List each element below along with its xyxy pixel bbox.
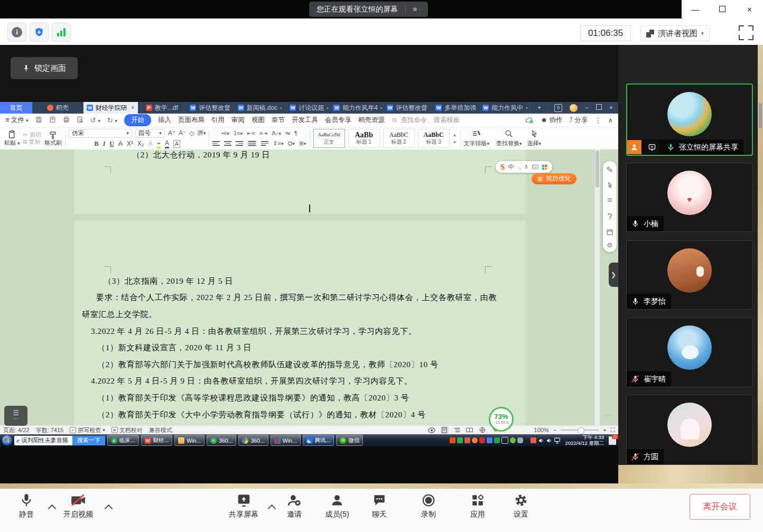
tray-icon[interactable] bbox=[494, 437, 500, 443]
preview-icon[interactable] bbox=[77, 116, 83, 125]
bullet-list-icon[interactable]: •≡▾ bbox=[221, 130, 229, 137]
tray-icon[interactable] bbox=[450, 437, 455, 443]
wps-tab-pdf[interactable]: P教学...df bbox=[138, 102, 186, 114]
mic-options-chevron[interactable] bbox=[48, 505, 57, 513]
cursor-icon[interactable] bbox=[607, 182, 613, 189]
keyboard-icon[interactable] bbox=[532, 164, 538, 170]
strike-button[interactable]: A bbox=[118, 141, 123, 147]
cut-button[interactable]: ✂ 剪切 bbox=[23, 132, 41, 138]
participant-tile[interactable]: ♥ 小楠 bbox=[626, 163, 753, 232]
clear-format-icon[interactable]: ◇ bbox=[190, 130, 194, 137]
italic-button[interactable]: I bbox=[103, 141, 106, 147]
more-menu-icon[interactable]: ⋮ bbox=[594, 116, 601, 124]
menu-tab-devtools[interactable]: 开发工具 bbox=[292, 116, 318, 125]
network-icon[interactable] bbox=[554, 437, 561, 444]
calendar-icon[interactable] bbox=[607, 229, 613, 235]
font-family-select[interactable]: 仿宋▾ bbox=[69, 129, 132, 138]
fullscreen-button[interactable] bbox=[739, 25, 753, 40]
participant-tile[interactable]: 崔宇晴 bbox=[626, 318, 753, 387]
distribute-icon[interactable] bbox=[261, 141, 268, 146]
zoom-slider[interactable] bbox=[561, 430, 599, 431]
copy-button[interactable]: ⧉ 复制 bbox=[23, 138, 41, 145]
resume-optimize-tag[interactable]: ≣ 简历优化 bbox=[532, 173, 576, 184]
proofread-toggle[interactable]: ✕文档校对 bbox=[111, 426, 143, 434]
tray-icon[interactable] bbox=[464, 437, 470, 443]
search-go-button[interactable]: 搜索一下 bbox=[72, 436, 105, 445]
mark-icon[interactable]: ¶ bbox=[294, 130, 297, 137]
command-search[interactable]: 查找命令、搜索模板 bbox=[392, 116, 460, 125]
wps-tab-doc[interactable]: W评估整改督 bbox=[186, 102, 235, 114]
redo-icon[interactable]: ↻ ▾ bbox=[107, 116, 117, 124]
document-page-1[interactable]: （2）北大仓行动，2019 年 9 月 19 日 bbox=[74, 150, 526, 214]
search-query-text[interactable]: 误判阳性夫妻音频 bbox=[22, 436, 72, 444]
wps-tab-doc[interactable]: W能力作风中• bbox=[480, 102, 530, 114]
members-button[interactable]: 成员(5) bbox=[325, 493, 349, 519]
invite-button[interactable]: 邀请 bbox=[287, 493, 302, 519]
styles-down-icon[interactable]: ▼ bbox=[453, 139, 457, 146]
menu-tab-reference[interactable]: 引用 bbox=[211, 116, 225, 125]
file-menu[interactable]: ≡ 文件 ▾ bbox=[5, 116, 29, 125]
help-icon[interactable]: ? bbox=[608, 212, 612, 222]
speaker-icon[interactable] bbox=[546, 437, 552, 444]
meeting-info-button[interactable]: i bbox=[7, 23, 26, 42]
zoom-in-icon[interactable]: + bbox=[603, 427, 606, 433]
tray-icon[interactable] bbox=[510, 437, 516, 443]
line-spacing-icon[interactable]: ⇕≡▾ bbox=[273, 140, 283, 147]
wps-tab-doc[interactable]: W新闻稿.doc• bbox=[235, 102, 285, 114]
minimize-button[interactable]: — bbox=[687, 5, 703, 14]
taskbar-app-wechat[interactable]: ⦾微信 bbox=[336, 435, 363, 446]
taskbar-app-360safe[interactable]: +360... bbox=[207, 435, 236, 446]
char-border-button[interactable]: A bbox=[173, 140, 180, 148]
tray-icon[interactable] bbox=[501, 437, 508, 444]
style-heading2[interactable]: AaBbC标题 2 bbox=[383, 129, 415, 148]
maximize-button[interactable] bbox=[714, 5, 730, 14]
fit-page-icon[interactable]: ⛶ bbox=[611, 426, 615, 434]
document-area[interactable]: （2）北大仓行动，2019 年 9 月 19 日 （3）北京指南，2019 年 … bbox=[0, 150, 618, 425]
paste-button[interactable]: 粘贴 ▾ bbox=[4, 130, 20, 147]
menu-tab-review[interactable]: 审阅 bbox=[231, 116, 245, 125]
undo-icon[interactable]: ↺ ▾ bbox=[90, 116, 100, 124]
tray-icon[interactable] bbox=[472, 437, 478, 443]
annotate-pen-icon[interactable]: ✎ bbox=[606, 165, 613, 175]
bold-button[interactable]: B bbox=[95, 141, 99, 147]
menu-tab-docer-res[interactable]: 稻壳资源 bbox=[358, 116, 385, 125]
align-left-icon[interactable] bbox=[212, 141, 220, 146]
doc-scrollbar-thumb[interactable] bbox=[595, 151, 599, 188]
wps-tab-docer[interactable]: 稻壳 bbox=[33, 102, 83, 114]
eye-protect-icon[interactable] bbox=[427, 427, 436, 433]
wps-close-button[interactable]: × bbox=[609, 104, 613, 111]
banner-menu-button[interactable]: ≡▾ bbox=[406, 5, 428, 13]
toolbox-grid-icon[interactable] bbox=[542, 164, 547, 170]
record-button[interactable]: 录制 bbox=[421, 493, 436, 519]
location-icon[interactable] bbox=[607, 242, 613, 248]
tray-icon[interactable] bbox=[517, 437, 523, 443]
taskbar-app-browser[interactable]: e临床... bbox=[107, 435, 139, 446]
grow-font-icon[interactable]: A⁺ bbox=[168, 130, 175, 137]
apps-button[interactable]: 应用 bbox=[470, 493, 485, 519]
sogou-ime-bar[interactable]: S 中 ·, bbox=[496, 161, 552, 173]
adjust-icon[interactable]: ≡ bbox=[607, 195, 612, 205]
shading-icon[interactable]: ⛭▾ bbox=[288, 140, 295, 147]
participant-tile[interactable]: 李梦怡 bbox=[626, 240, 753, 310]
close-button[interactable]: × bbox=[741, 5, 757, 14]
wps-tab-doc[interactable]: W评估整改督 bbox=[383, 102, 432, 114]
show-desktop-notes-icon[interactable]: 11 bbox=[609, 436, 616, 445]
highlight-color-button[interactable]: ⌁ bbox=[157, 140, 161, 148]
superscript-button[interactable]: X² bbox=[127, 141, 133, 147]
phonetic-icon[interactable]: 拼▾ bbox=[198, 129, 206, 137]
subscript-button[interactable]: X₂ bbox=[137, 141, 144, 147]
menu-tab-view[interactable]: 视图 bbox=[252, 116, 265, 125]
tab-count-icon[interactable]: 9 bbox=[554, 104, 562, 112]
start-button[interactable] bbox=[2, 435, 12, 445]
zoom-level[interactable]: 100% bbox=[534, 427, 549, 433]
format-painter-button[interactable]: 格式刷 bbox=[44, 131, 62, 146]
read-view-icon[interactable] bbox=[466, 427, 474, 434]
shrink-font-icon[interactable]: A⁻ bbox=[179, 130, 186, 137]
video-options-chevron[interactable] bbox=[105, 505, 113, 513]
share-options-chevron[interactable] bbox=[268, 505, 276, 513]
share-screen-button[interactable]: 共享屏幕 bbox=[229, 493, 258, 519]
word-count[interactable]: 字数: 7415 bbox=[36, 426, 64, 434]
taskbar-app-tencent-meeting[interactable]: ◣腾讯... bbox=[303, 435, 334, 446]
menu-tab-section[interactable]: 章节 bbox=[272, 116, 285, 125]
tray-icon[interactable] bbox=[479, 437, 485, 443]
